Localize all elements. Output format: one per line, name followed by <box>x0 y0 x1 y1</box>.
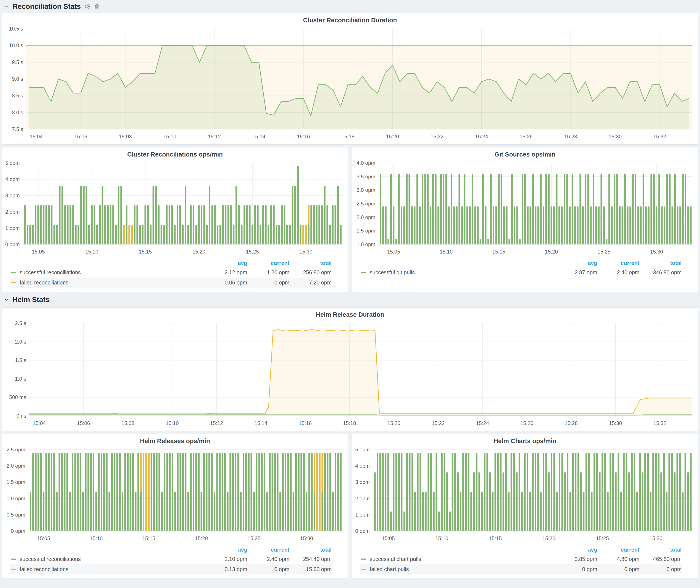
svg-text:15:16: 15:16 <box>297 134 310 139</box>
series-stat-current: 4.80 opm <box>597 556 639 562</box>
section-header-reconciliation-stats[interactable]: Reconciliation Stats <box>2 0 698 13</box>
dashboard: Reconciliation Stats Cluster Reconciliat… <box>0 0 700 588</box>
panel-title[interactable]: Helm Release Duration <box>2 308 698 320</box>
series-label[interactable]: successful reconciliations <box>20 269 205 276</box>
panel-title[interactable]: Git Sources ops/min <box>352 147 698 160</box>
chevron-down-icon[interactable] <box>4 297 9 302</box>
legend-col-current[interactable]: current <box>597 260 639 266</box>
svg-text:15:04: 15:04 <box>30 134 43 139</box>
svg-text:0.5 opm: 0.5 opm <box>6 512 25 518</box>
helm-release-duration-chart[interactable]: 15:0415:0615:0815:1015:1215:1415:1615:18… <box>2 320 698 429</box>
legend-stats-header: avgcurrenttotal <box>10 545 332 554</box>
svg-text:2.0 opm: 2.0 opm <box>6 463 25 469</box>
legend-row: successful reconciliations2.10 opm2.40 o… <box>10 554 332 564</box>
svg-text:15:16: 15:16 <box>299 420 312 426</box>
series-stat-avg: 2.12 opm <box>205 269 247 276</box>
chevron-down-icon[interactable] <box>4 4 9 9</box>
series-stat-current: 2.40 opm <box>597 269 639 276</box>
series-stat-avg: 2.10 opm <box>205 556 247 562</box>
svg-text:15:20: 15:20 <box>542 535 555 541</box>
svg-text:3.0 opm: 3.0 opm <box>356 187 375 193</box>
legend-stats-header: avgcurrenttotal <box>360 259 682 267</box>
svg-text:15:25: 15:25 <box>247 535 260 541</box>
legend-col-total[interactable]: total <box>639 260 682 266</box>
svg-text:15:14: 15:14 <box>254 420 267 426</box>
svg-text:15:05: 15:05 <box>37 535 50 541</box>
svg-text:0 opm: 0 opm <box>5 241 20 247</box>
legend-helm-releases: avgcurrenttotalsuccessful reconciliation… <box>2 544 348 574</box>
legend-col-avg[interactable]: avg <box>555 260 597 266</box>
series-stat-current: 0 opm <box>247 566 289 572</box>
section-title[interactable]: Helm Stats <box>13 296 50 304</box>
svg-text:4 opm: 4 opm <box>355 463 370 469</box>
legend-col-avg[interactable]: avg <box>205 260 247 266</box>
svg-text:15:05: 15:05 <box>387 249 400 255</box>
svg-text:15:20: 15:20 <box>192 249 205 255</box>
series-label[interactable]: failed chart pulls <box>370 566 555 572</box>
svg-text:15:30: 15:30 <box>299 249 312 255</box>
git-sources-chart[interactable]: 15:0515:1015:1515:2015:2515:301.0 opm1.5… <box>352 160 698 258</box>
section-title[interactable]: Reconciliation Stats <box>13 2 81 11</box>
series-stat-current: 0 opm <box>247 279 289 286</box>
series-stat-avg: 2.87 opm <box>555 269 597 276</box>
series-stat-avg: 0.13 opm <box>205 566 247 572</box>
legend-stats-header: avgcurrenttotal <box>360 545 682 554</box>
legend-col-avg[interactable]: avg <box>555 547 597 553</box>
gear-icon[interactable] <box>84 3 91 10</box>
svg-text:10.0 s: 10.0 s <box>9 42 23 48</box>
series-stat-total: 254.40 opm <box>289 556 332 562</box>
section-header-helm-stats[interactable]: Helm Stats <box>2 292 698 307</box>
helm-releases-chart[interactable]: 15:0515:1015:1515:2015:2515:300 opm0.5 o… <box>2 447 348 544</box>
svg-text:15:28: 15:28 <box>565 420 578 426</box>
series-stat-avg: 3.85 opm <box>555 556 597 562</box>
series-color-marker <box>361 272 366 273</box>
legend-col-current[interactable]: current <box>247 547 289 553</box>
panel-title[interactable]: Helm Releases ops/min <box>2 434 348 447</box>
svg-text:15:10: 15:10 <box>163 134 176 139</box>
legend-col-avg[interactable]: avg <box>205 547 247 553</box>
panel-title[interactable]: Cluster Reconciliations ops/min <box>2 147 348 160</box>
cluster-reconciliation-duration-chart[interactable]: 15:0415:0615:0815:1015:1215:1415:1615:18… <box>2 26 698 143</box>
series-stat-total: 7.20 opm <box>289 279 332 286</box>
legend-col-current[interactable]: current <box>247 260 289 266</box>
svg-text:2.0 s: 2.0 s <box>15 339 26 345</box>
legend-row: failed reconciliations0.06 opm0 opm7.20 … <box>10 278 332 288</box>
series-label[interactable]: successful chart pulls <box>370 556 555 562</box>
series-label[interactable]: successful reconciliations <box>20 556 205 562</box>
svg-text:15:22: 15:22 <box>432 420 445 426</box>
series-label[interactable]: failed reconciliations <box>20 566 205 572</box>
panel-title[interactable]: Helm Charts ops/min <box>352 434 698 447</box>
legend-helm-charts: avgcurrenttotalsuccessful chart pulls3.8… <box>352 544 698 574</box>
helm-charts-chart[interactable]: 15:0515:1015:1515:2015:2515:300 opm1 opm… <box>352 447 698 544</box>
series-label[interactable]: successful git pulls <box>370 269 555 276</box>
svg-text:15:18: 15:18 <box>342 134 355 139</box>
legend-col-total[interactable]: total <box>289 260 332 266</box>
svg-text:15:10: 15:10 <box>90 535 103 541</box>
svg-text:0 opm: 0 opm <box>355 528 370 534</box>
svg-text:15:15: 15:15 <box>489 535 502 541</box>
series-label[interactable]: failed reconciliations <box>20 279 205 286</box>
svg-text:15:10: 15:10 <box>435 535 448 541</box>
svg-text:15:30: 15:30 <box>609 420 622 426</box>
svg-text:0 opm: 0 opm <box>11 528 25 534</box>
panel-title[interactable]: Cluster Reconciliation Duration <box>2 13 698 26</box>
svg-text:15:15: 15:15 <box>139 249 152 255</box>
svg-text:0 ns: 0 ns <box>16 413 26 419</box>
panel-helm-releases-opm: Helm Releases ops/min 15:0515:1015:1515:… <box>2 434 348 578</box>
svg-text:15:20: 15:20 <box>195 535 208 541</box>
svg-text:9.0 s: 9.0 s <box>12 76 23 82</box>
series-stat-total: 0 opm <box>639 566 682 572</box>
series-stat-total: 15.60 opm <box>289 566 332 572</box>
legend-git-sources: avgcurrenttotalsuccessful git pulls2.87 … <box>352 258 698 278</box>
series-stat-total: 256.80 opm <box>289 269 332 276</box>
legend-col-total[interactable]: total <box>639 547 682 553</box>
svg-text:1.0 s: 1.0 s <box>15 376 26 382</box>
svg-text:7.5 s: 7.5 s <box>12 126 23 132</box>
svg-text:15:25: 15:25 <box>596 535 609 541</box>
legend-col-total[interactable]: total <box>289 547 332 553</box>
legend-col-current[interactable]: current <box>597 547 639 553</box>
cluster-reconciliations-chart[interactable]: 15:0515:1015:1515:2015:2515:300 opm1 opm… <box>2 160 348 258</box>
svg-text:15:08: 15:08 <box>121 420 134 426</box>
trash-icon[interactable] <box>94 3 100 10</box>
svg-text:2.5 opm: 2.5 opm <box>356 201 375 207</box>
